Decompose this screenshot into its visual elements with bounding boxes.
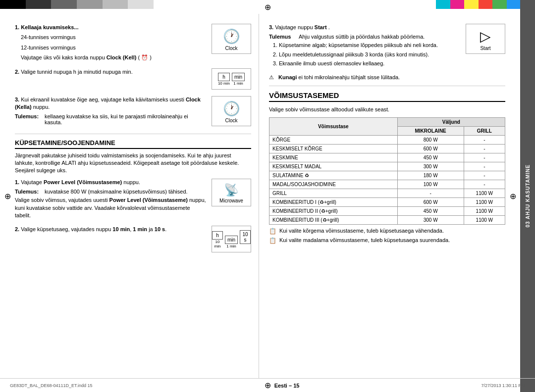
h-box: h 10 min [218,73,230,86]
color-swatch-yellow [464,0,479,9]
result-item-3: Ekraanile ilmub uuesti olemasolev kellaa… [279,60,505,67]
table-row: KESKMISELT KÕRGE600 W- [269,144,505,153]
table-row: MADAL/SOOJASHOIDMINE100 W- [269,180,505,189]
s-label [240,244,251,248]
color-swatch-black [0,0,26,9]
min-label-2: 1 min [225,244,238,248]
color-swatch-lgray [77,0,103,9]
warning-icon: ⚠ [269,74,276,81]
microwave-icon-box: 📡 Microwave [212,179,251,206]
s1-bold: Power Level (Võimsustaseme) [44,179,122,185]
table-cell-grill: 1100 W [464,206,505,215]
clock-icon-2: 🕐 [214,100,248,117]
h-label: 10 min [218,81,230,86]
timer-row-1: h 10 min min 1 min [214,73,248,86]
table-cell-name: KOMBINEERITUD II (♻+grill) [269,206,398,215]
table-cell-grill: - [464,144,505,153]
min-display: min [232,73,245,81]
s1-section: 📡 Microwave 1. Vajutage Power Level (Või… [15,179,251,222]
microwave-icon: 📡 [214,183,248,197]
warning-row: ⚠ Kunagi ei tohi mikrolaineahju tühjalt … [269,74,505,81]
color-swatch-red [479,0,493,9]
tulemus-label-3: Tulemus [269,34,296,40]
step3-start-bold: Start [315,24,327,30]
kellaaja-title: Kellaaja kuvamiseks... [21,24,78,30]
table-row: KOMBINEERITUD II (♻+grill)450 W1100 W [269,206,505,215]
tulemus-text-1: kellaaeg kuvatakse ka siis, kui te paraj… [45,113,207,125]
table-cell-name: SULATAMINE ♻ [269,171,398,180]
footer-left: GE83DT_BAL_DE68-04111D_ET.indd 15 [10,383,93,388]
tulemus-row-1: Tulemus: kellaaeg kuvatakse ka siis, kui… [15,113,207,125]
table-cell-grill: 1100 W [464,215,505,224]
left-color-bar [0,0,154,9]
color-swatch-cyan [436,0,450,9]
clock-icon-1: 🕐 [214,28,248,45]
voim-divider [269,86,505,86]
voimsustase-table: Võimsustase Väljund MIKROLAINE GRILL KÕR… [269,117,505,225]
note-text-2: Kui valite madalama võimsustaseme, tuleb… [279,237,450,243]
table-cell-name: GRILL [269,189,398,197]
kellaaja-section: 🕐 Clock 1. Kellaaja kuvamiseks... 24-tun… [15,24,251,64]
s-display: 10 s [240,230,251,244]
warning-text: Kunagi ei tohi mikrolaineahju tühjalt si… [278,74,400,80]
table-cell-name: KOMBINEERITUD I (♻+grill) [269,197,398,206]
timer-box-1: h 10 min min 1 min [212,68,251,90]
color-swatch-mgray [51,0,77,9]
color-swatch-magenta [450,0,465,9]
table-cell-name: KÕRGE [269,135,398,144]
footer: GE83DT_BAL_DE68-04111D_ET.indd 15 Eesti … [0,378,535,392]
table-cell-mikro: 300 W [397,162,464,171]
right-column: ▷ Start 3. Vajutage nuppu Start . Tulemu… [259,14,535,378]
warning-bold: Kunagi [278,74,297,80]
color-swatch-blue [507,0,521,9]
voim-intro: Valige sobiv võimsustase alltoodud valik… [269,106,505,113]
table-cell-mikro: 300 W [397,215,464,224]
step3-number: 3. [15,97,19,102]
table-cell-grill: - [464,180,505,189]
table-row: SULATAMINE ♻180 W- [269,171,505,180]
table-cell-mikro: 450 W [397,206,464,215]
table-cell-name: KESKMISELT KÕRGE [269,144,398,153]
top-crosshair: ⊕ [263,2,272,12]
clock-label-2: Clock [225,118,237,123]
clock-label-1: Clock [225,46,237,51]
table-row: GRILL-1100 W [269,189,505,197]
table-col3-header: GRILL [464,126,505,135]
note-icon-2: 📋 [269,237,277,244]
table-row: KOMBINEERITUD I (♻+grill)600 W1100 W [269,197,505,206]
kellaaja-line3: Vajutage üks või kaks korda nuppu Clock … [15,54,251,61]
note-icon-1: 📋 [269,228,277,235]
start-icon-box: ▷ Start [466,24,505,54]
main-content: 🕐 Clock 1. Kellaaja kuvamiseks... 24-tun… [0,14,535,378]
microwave-label: Microwave [219,198,243,203]
clock-icon-box-2: 🕐 Clock [212,96,251,126]
note-row-1: 📋 Kui valite kõrgema võimsustaseme, tule… [269,228,505,235]
start-section: ▷ Start 3. Vajutage nuppu Start . Tulemu… [269,24,505,70]
table-row: KÕRGE800 W- [269,135,505,144]
table-cell-grill: 1100 W [464,189,505,197]
s-box: 10 s [240,230,251,248]
step3-kellaaja-section: 🕐 Clock 3. Kui ekraanil kuvatakse õige a… [15,96,251,129]
step1-number: 1. [15,24,19,30]
table-col-header: Väljund [397,117,505,126]
s2-section: h 10 min min 1 min 10 s 2. Valige küpset… [15,226,251,255]
table-cell-name: KESKMINE [269,153,398,162]
s1-number: 1. [15,179,19,185]
h-display-2: h [212,231,223,240]
color-swatch-white [128,0,154,9]
color-swatch-dgray [26,0,52,9]
step2-number: 2. [15,69,19,75]
tulemus-label-1: Tulemus: [15,113,42,125]
table-cell-mikro: 100 W [397,180,464,189]
note-row-2: 📋 Kui valite madalama võimsustaseme, tul… [269,237,505,244]
table-cell-mikro: 600 W [397,197,464,206]
min-box-2: min 1 min [225,236,238,248]
tulemus-text-3: Ahju valgustus süttib ja pöördalus hakka… [299,34,425,40]
timer-box-2: h 10 min min 1 min 10 s [212,226,251,252]
table-cell-mikro: - [397,189,464,197]
clock-icon-box-1: 🕐 Clock [212,24,251,54]
left-column: 🕐 Clock 1. Kellaaja kuvamiseks... 24-tun… [0,14,259,378]
start-label: Start [480,46,490,51]
timer-row-2: h 10 min min 1 min 10 s [214,230,248,248]
table-cell-mikro: 800 W [397,135,464,144]
